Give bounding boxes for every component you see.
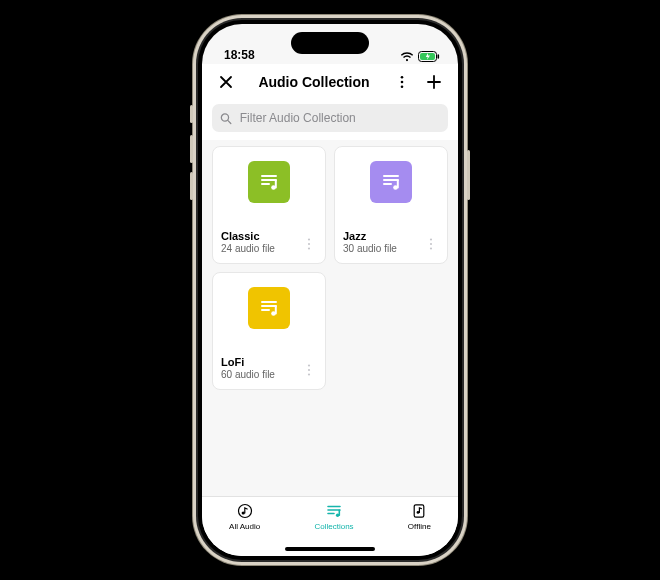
home-indicator — [285, 547, 375, 551]
playlist-icon — [380, 171, 402, 193]
collection-title: LoFi — [221, 356, 275, 369]
battery-icon — [418, 51, 440, 62]
svg-point-18 — [308, 369, 310, 371]
status-time: 18:58 — [224, 48, 255, 62]
collection-thumb — [370, 161, 412, 203]
content: Classic 24 audio file — [202, 140, 458, 496]
phone-frame: 18:58 — [198, 20, 462, 560]
collection-card[interactable]: Jazz 30 audio file — [334, 146, 448, 264]
music-note-icon — [236, 502, 254, 520]
svg-point-19 — [308, 373, 310, 375]
collection-more-button[interactable] — [423, 237, 439, 255]
svg-point-14 — [430, 243, 432, 245]
svg-point-10 — [308, 243, 310, 245]
tab-label: Collections — [314, 522, 353, 531]
power-button — [467, 150, 470, 200]
more-vertical-icon — [303, 237, 315, 251]
silence-switch — [190, 105, 193, 123]
search-icon — [220, 112, 232, 125]
collection-subtitle: 30 audio file — [343, 243, 397, 255]
more-button[interactable] — [390, 70, 414, 94]
collection-subtitle: 24 audio file — [221, 243, 275, 255]
collection-more-button[interactable] — [301, 363, 317, 381]
playlist-icon — [258, 297, 280, 319]
plus-icon — [426, 74, 442, 90]
collection-thumb — [248, 287, 290, 329]
collection-thumb — [248, 161, 290, 203]
svg-point-4 — [401, 81, 404, 84]
collection-card[interactable]: Classic 24 audio file — [212, 146, 326, 264]
svg-rect-1 — [438, 54, 440, 58]
tab-collections[interactable]: Collections — [314, 502, 353, 531]
svg-point-5 — [401, 85, 404, 88]
search-input[interactable] — [238, 110, 440, 126]
search-wrap — [202, 100, 458, 140]
svg-point-15 — [430, 247, 432, 249]
add-button[interactable] — [422, 70, 446, 94]
collections-grid: Classic 24 audio file — [212, 146, 448, 390]
dynamic-island — [291, 32, 369, 54]
volume-down-button — [190, 172, 193, 200]
tab-offline[interactable]: Offline — [408, 502, 431, 531]
search-bar[interactable] — [212, 104, 448, 132]
page-title: Audio Collection — [246, 74, 382, 90]
collection-card[interactable]: LoFi 60 audio file — [212, 272, 326, 390]
svg-point-3 — [401, 76, 404, 79]
collection-more-button[interactable] — [301, 237, 317, 255]
tab-label: All Audio — [229, 522, 260, 531]
svg-point-9 — [308, 238, 310, 240]
tab-all-audio[interactable]: All Audio — [229, 502, 260, 531]
more-vertical-icon — [395, 75, 409, 89]
svg-point-11 — [308, 247, 310, 249]
close-button[interactable] — [214, 70, 238, 94]
svg-point-17 — [308, 364, 310, 366]
offline-icon — [410, 502, 428, 520]
collection-title: Classic — [221, 230, 275, 243]
wifi-icon — [400, 52, 414, 62]
playlist-icon — [325, 502, 343, 520]
tab-label: Offline — [408, 522, 431, 531]
header: Audio Collection — [202, 64, 458, 100]
collection-subtitle: 60 audio file — [221, 369, 275, 381]
more-vertical-icon — [303, 363, 315, 377]
svg-line-7 — [228, 120, 231, 123]
collection-title: Jazz — [343, 230, 397, 243]
screen: 18:58 — [202, 24, 458, 556]
playlist-icon — [258, 171, 280, 193]
svg-point-13 — [430, 238, 432, 240]
more-vertical-icon — [425, 237, 437, 251]
volume-up-button — [190, 135, 193, 163]
close-icon — [218, 74, 234, 90]
